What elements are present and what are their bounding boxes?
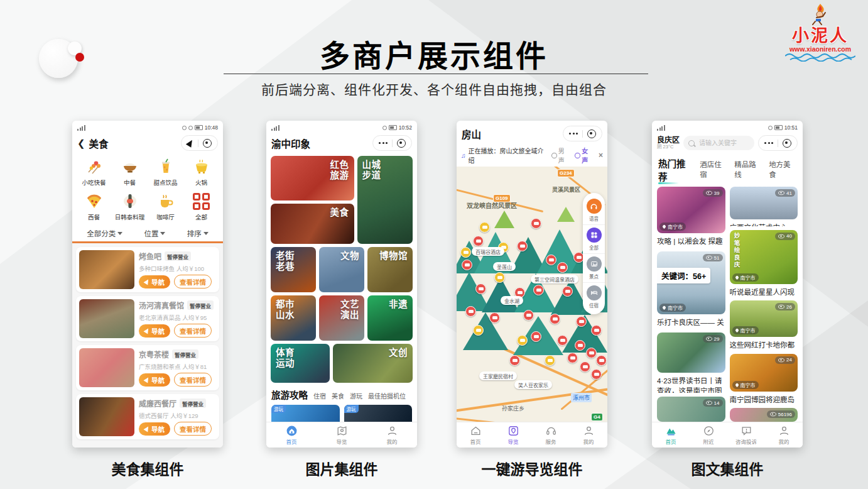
nav-complaints[interactable]: 咨询投诉 bbox=[727, 425, 765, 445]
map-poi-pill[interactable]: 百瑞谷酒店 bbox=[472, 247, 504, 256]
hotel-pin[interactable] bbox=[562, 286, 573, 297]
capsule-menu[interactable] bbox=[563, 126, 602, 141]
tile-food[interactable]: 美食 bbox=[271, 204, 354, 244]
search-input-wrap[interactable] bbox=[683, 136, 754, 150]
hotel-pin[interactable] bbox=[557, 262, 568, 273]
filter-sort[interactable]: 排序 bbox=[187, 228, 209, 238]
all-layer-button[interactable]: 全部 bbox=[583, 225, 605, 254]
hotel-pin[interactable] bbox=[509, 355, 520, 366]
navigate-button[interactable]: 导航 bbox=[139, 422, 170, 436]
target-icon[interactable] bbox=[203, 139, 212, 148]
category-snacks[interactable]: 小吃快餐 bbox=[76, 157, 112, 187]
restaurant-card[interactable]: 汤河清真餐馆暂停营业 老北京清真菜品 人均￥95 导航 查看详情 bbox=[76, 296, 219, 341]
feed-card-caption[interactable]: 4·23世界读书日丨请查收，这是南宁市图书馆给你的… bbox=[657, 376, 725, 393]
feed-card-image[interactable]: 39 南宁市 bbox=[657, 187, 725, 233]
hotel-pin[interactable] bbox=[465, 306, 476, 317]
hotel-pin[interactable] bbox=[591, 369, 602, 380]
feed-card-image[interactable]: 51 关键词：56+ 南宁市 bbox=[657, 251, 725, 314]
tour-map[interactable]: 双龙峡自然风景区 灵溪风景区 G109 G234 G4 百瑞谷酒店 圣莲山 第三… bbox=[457, 167, 607, 422]
tile-red-tourism[interactable]: 红色旅游 bbox=[271, 156, 354, 201]
restaurant-card[interactable]: 京粤茶楼暂停营业 广东烧腊和茶点 人均￥81 导航 查看详情 bbox=[76, 345, 219, 390]
female-voice-toggle[interactable]: 女声 bbox=[575, 146, 594, 165]
category-all[interactable]: 全部 bbox=[183, 192, 219, 221]
locate-arrow-icon[interactable] bbox=[186, 138, 195, 148]
restaurant-card[interactable]: 威廉西餐厅暂停营业 德式西餐厅 人均￥129 导航 查看详情 bbox=[76, 394, 219, 439]
hotel-pin[interactable] bbox=[586, 348, 597, 358]
tab-local-food[interactable]: 地方美食 bbox=[769, 159, 796, 179]
capsule-menu[interactable] bbox=[758, 135, 798, 151]
search-input[interactable] bbox=[698, 139, 749, 147]
district-weather[interactable]: 良庆区 阴 23°C bbox=[657, 136, 680, 149]
category-cafe[interactable]: 咖啡厅 bbox=[148, 192, 183, 221]
category-jkthai[interactable]: 日韩泰料理 bbox=[112, 192, 148, 221]
scenic-layer-button[interactable]: 景点 bbox=[583, 254, 605, 283]
nav-mine[interactable]: 我的 bbox=[367, 425, 417, 445]
hotel-layer-button[interactable]: 住宿 bbox=[583, 283, 605, 311]
tile-heritage[interactable]: 非遗 bbox=[367, 295, 413, 341]
view-details-button[interactable]: 查看详情 bbox=[174, 324, 212, 338]
scenic-pin[interactable] bbox=[473, 325, 484, 336]
guide-tab-stay[interactable]: 住宿 bbox=[313, 391, 326, 400]
restaurant-card[interactable]: 烤鱼吧暂停营业 多种口味烤鱼 人均￥100 导航 查看详情 bbox=[76, 247, 219, 292]
hotel-pin[interactable] bbox=[517, 241, 528, 251]
tile-cultural-creative[interactable]: 文创 bbox=[333, 344, 413, 383]
feed-card-image[interactable]: 26 南宁市 bbox=[730, 300, 798, 337]
nav-mine[interactable]: 我的 bbox=[570, 425, 607, 445]
guide-tab-photo-spots[interactable]: 最佳拍摄机位 bbox=[368, 391, 406, 400]
more-icon[interactable] bbox=[764, 142, 773, 144]
tab-hot-recommend[interactable]: 热门推荐 bbox=[658, 157, 693, 183]
nav-guide[interactable]: 导览 bbox=[494, 425, 532, 445]
tile-city-landscape[interactable]: 都市山水 bbox=[271, 295, 316, 341]
hotel-pin[interactable] bbox=[591, 325, 602, 336]
feed-card-image[interactable]: 14 bbox=[657, 397, 725, 422]
hotel-pin[interactable] bbox=[475, 283, 486, 294]
capsule-menu[interactable] bbox=[181, 135, 218, 151]
tile-sports[interactable]: 体育运动 bbox=[271, 344, 330, 383]
tile-mountain-trails[interactable]: 山城步道 bbox=[357, 156, 413, 244]
hotel-pin[interactable] bbox=[489, 312, 500, 323]
article-feed[interactable]: 39 南宁市 攻略 | 以湘会友 探趣良庆之夜新玩法！ 51 关键词：56+ 南… bbox=[652, 187, 803, 422]
target-icon[interactable] bbox=[783, 139, 791, 148]
category-hotpot[interactable]: 火锅 bbox=[183, 157, 219, 187]
navigate-button[interactable]: 导航 bbox=[139, 324, 170, 338]
map-poi-pill[interactable]: 笑人豆农家乐 bbox=[514, 380, 552, 389]
filter-location[interactable]: 位置 bbox=[144, 228, 165, 238]
tab-hotels[interactable]: 酒店住宿 bbox=[700, 159, 727, 179]
hotel-pin[interactable] bbox=[557, 335, 568, 346]
nav-home[interactable]: 首页 bbox=[266, 425, 317, 445]
feed-card-caption[interactable]: 广西文化艺术中心 bbox=[730, 223, 798, 226]
hotel-pin[interactable] bbox=[533, 285, 544, 295]
more-icon[interactable] bbox=[379, 142, 388, 144]
back-chevron-icon[interactable]: ❮ bbox=[77, 138, 85, 148]
view-details-button[interactable]: 查看详情 bbox=[174, 373, 212, 387]
guide-tab-food[interactable]: 美食 bbox=[332, 391, 344, 400]
hotel-pin[interactable] bbox=[550, 314, 560, 324]
feed-card-image[interactable]: 41 bbox=[730, 187, 798, 219]
nav-service[interactable]: 服务 bbox=[532, 425, 570, 445]
nav-mine[interactable]: 我的 bbox=[765, 425, 803, 445]
map-poi-pill[interactable]: 金水湖 bbox=[501, 296, 523, 305]
guide-tab-play[interactable]: 游玩 bbox=[350, 391, 362, 400]
feed-card-caption[interactable]: 南宁园博园将迎鹿岛公园，11月6日起盛大迎客！ bbox=[730, 395, 798, 404]
guide-card[interactable]: 游玩 bbox=[344, 405, 413, 422]
tile-museum[interactable]: 博物馆 bbox=[367, 247, 413, 292]
guide-card[interactable]: 游玩 bbox=[271, 405, 340, 422]
view-details-button[interactable]: 查看详情 bbox=[174, 422, 212, 436]
tab-routes[interactable]: 精品路线 bbox=[734, 159, 762, 179]
category-chinese[interactable]: 中餐 bbox=[112, 157, 148, 187]
feed-card-caption[interactable]: 这些网红打卡地你都去过吗？强荐方特哟~ bbox=[730, 341, 798, 349]
more-icon[interactable] bbox=[569, 133, 578, 135]
hotel-pin[interactable] bbox=[531, 218, 541, 229]
nav-guide[interactable]: 导览 bbox=[317, 425, 367, 445]
hotel-pin[interactable] bbox=[473, 236, 484, 246]
scenic-pin[interactable] bbox=[545, 355, 555, 366]
close-icon[interactable]: × bbox=[599, 151, 603, 160]
hotel-pin[interactable] bbox=[567, 353, 578, 363]
navigate-button[interactable]: 导航 bbox=[139, 373, 170, 387]
feed-card-image[interactable]: 24 南宁市 bbox=[730, 354, 798, 392]
feed-card-caption[interactable]: 听说最近星星人闪现良庆！？原因竟然是…… bbox=[730, 288, 798, 297]
hotel-pin[interactable] bbox=[531, 331, 541, 342]
nav-nearby[interactable]: 附近 bbox=[690, 425, 727, 445]
hotel-pin[interactable] bbox=[523, 310, 534, 321]
guide-card-strip[interactable]: 游玩 游玩 bbox=[266, 404, 417, 422]
